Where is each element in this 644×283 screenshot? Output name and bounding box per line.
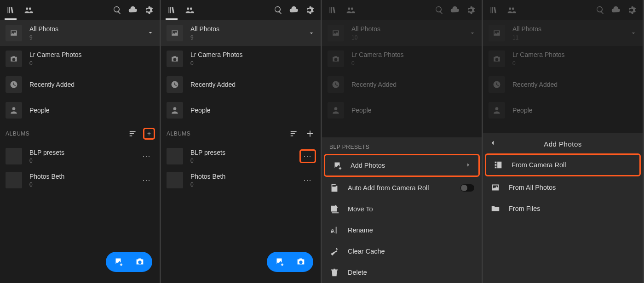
sheet-item-label: Delete [348,269,474,276]
camera-icon[interactable] [296,256,306,268]
lr-camera-label: Lr Camera Photos [512,51,637,59]
all-photos-label: All Photos [29,25,147,33]
sort-icon[interactable] [289,129,299,139]
recently-added-label: Recently Added [190,81,315,89]
recently-added-row[interactable]: Recently Added [161,72,321,97]
album-thumb [167,148,183,164]
search-icon [596,6,605,15]
add-album-icon[interactable] [305,129,315,139]
all-photos-count: 9 [29,34,147,41]
albums-header: ALBUMS [0,123,160,144]
sheet-item-label: From All Photos [509,184,635,191]
all-photos-count: 11 [512,34,630,41]
top-header [483,0,643,20]
top-header [322,0,482,20]
sheet-from-files[interactable]: From Files [483,198,643,219]
lr-camera-row[interactable]: Lr Camera Photos 0 [161,46,321,72]
add-album-icon[interactable] [144,129,154,139]
all-photos-count: 9 [190,34,308,41]
trash-icon [329,267,339,277]
people-row: People [483,97,643,123]
sheet-item-label: From Camera Roll [512,161,632,169]
sheet-title-bar: Add Photos [483,133,643,154]
album-more-icon[interactable]: ⋯ [300,150,315,162]
lr-camera-row: Lr Camera Photos 0 [322,46,482,72]
lr-camera-count: 0 [190,60,315,67]
auto-add-toggle[interactable] [460,184,474,192]
album-thumb [6,148,22,164]
all-photos-row[interactable]: All Photos 9 [161,20,321,46]
people-row[interactable]: People [161,97,321,123]
sheet-item-label: Add Photos [351,162,465,169]
album-title: Photos Beth [29,173,139,180]
sheet-from-camera-roll[interactable]: From Camera Roll [486,154,640,175]
album-row[interactable]: Photos Beth 0 ⋯ [161,168,321,192]
lr-camera-row: Lr Camera Photos 0 [483,46,643,72]
album-more-icon[interactable]: ⋯ [139,149,154,163]
library-icon [328,6,338,15]
sheet-auto-add[interactable]: Auto Add from Camera Roll [322,177,482,198]
people-tab-icon[interactable] [24,6,33,15]
people-tab-icon[interactable] [185,6,194,15]
clear-cache-icon [329,246,339,256]
people-row[interactable]: People [0,97,160,123]
recently-added-row: Recently Added [322,72,482,97]
recently-added-label: Recently Added [29,81,154,89]
settings-icon [627,6,636,15]
recently-added-row[interactable]: Recently Added [0,72,160,97]
top-header [161,0,321,20]
album-count: 0 [190,158,300,164]
library-icon[interactable] [6,6,16,15]
album-title: BLP presets [190,149,300,156]
sheet-item-label: Auto Add from Camera Roll [348,184,460,192]
albums-header-label: ALBUMS [6,130,29,137]
search-icon[interactable] [113,6,122,15]
camera-roll-icon [493,160,503,170]
sheet-delete[interactable]: Delete [322,262,482,283]
recently-added-row: Recently Added [483,72,643,97]
add-photos-sheet: Add Photos From Camera Roll From All Pho… [483,133,643,283]
add-image-icon[interactable] [274,256,284,268]
sheet-rename[interactable]: A Rename [322,220,482,241]
recently-added-label: Recently Added [351,81,476,89]
camera-icon[interactable] [135,256,145,268]
lr-camera-count: 0 [351,60,476,67]
album-thumb [167,172,183,188]
search-icon[interactable] [274,6,283,15]
screen-3: All Photos 10 Lr Camera Photos 0 Recentl… [322,0,483,283]
cloud-icon[interactable] [289,6,299,15]
all-photos-row[interactable]: All Photos 9 [0,20,160,46]
people-label: People [512,107,637,114]
add-image-icon[interactable] [113,256,123,268]
settings-icon[interactable] [144,6,153,15]
fab[interactable] [267,252,313,272]
back-icon[interactable] [489,139,497,148]
recently-added-label: Recently Added [512,81,637,89]
sheet-title: Add Photos [544,140,582,148]
all-photos-row: All Photos 11 [483,20,643,46]
sheet-move-to[interactable]: Move To [322,198,482,220]
album-count: 0 [190,181,300,188]
albums-header-label: ALBUMS [167,130,190,137]
chevron-down-icon [147,29,154,38]
people-tab-icon [346,6,355,15]
lr-camera-label: Lr Camera Photos [190,51,315,59]
album-more-icon[interactable]: ⋯ [139,173,154,187]
cloud-icon[interactable] [128,6,138,15]
album-row[interactable]: Photos Beth 0 ⋯ [0,168,160,192]
album-row[interactable]: BLP presets 0 ⋯ [0,144,160,168]
album-row[interactable]: BLP presets 0 ⋯ [161,144,321,168]
sheet-clear-cache[interactable]: Clear Cache [322,241,482,262]
library-icon [489,6,499,15]
album-more-icon[interactable]: ⋯ [300,173,315,187]
lr-camera-row[interactable]: Lr Camera Photos 0 [0,46,160,72]
library-icon[interactable] [167,6,177,15]
lr-camera-label: Lr Camera Photos [351,51,476,59]
settings-icon[interactable] [305,6,314,15]
fab[interactable] [106,252,152,272]
sort-icon[interactable] [128,129,138,139]
screen-2: All Photos 9 Lr Camera Photos 0 Recently… [161,0,322,283]
sheet-from-all-photos[interactable]: From All Photos [483,177,643,198]
settings-icon [466,6,475,15]
sheet-add-photos[interactable]: Add Photos [325,155,479,176]
